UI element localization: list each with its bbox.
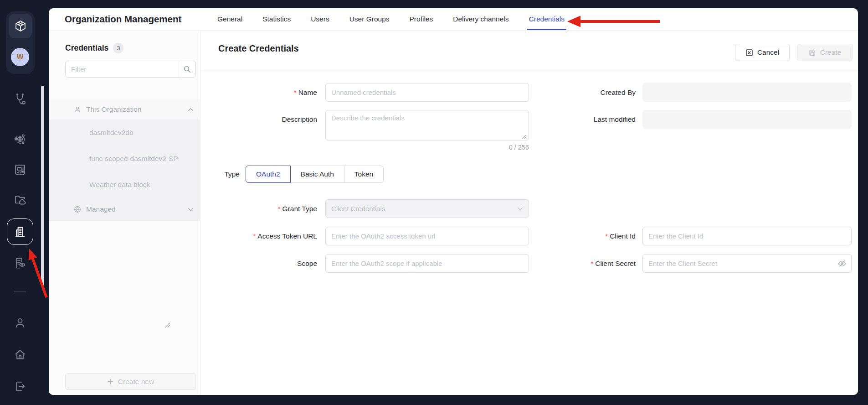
- textarea-resize-handle[interactable]: [521, 133, 526, 141]
- filter-search-button[interactable]: [179, 61, 195, 77]
- sidebar-item-audit[interactable]: [12, 255, 28, 271]
- filter-input[interactable]: [66, 61, 179, 77]
- required-asterisk: *: [591, 260, 593, 267]
- chevron-up-icon: [188, 108, 194, 112]
- tab-profiles[interactable]: Profiles: [409, 8, 434, 30]
- client-secret-input[interactable]: [642, 254, 852, 273]
- password-visibility-toggle[interactable]: [837, 259, 847, 269]
- sidebar-item-profile[interactable]: [12, 315, 28, 331]
- credentials-list-panel: Credentials 3: [49, 31, 200, 395]
- scope-label: Scope: [201, 254, 317, 273]
- filter-field: [65, 61, 196, 78]
- client-secret-label: *Client Secret: [499, 254, 636, 273]
- sidebar-item-integrations[interactable]: [12, 131, 28, 147]
- scope-input[interactable]: [325, 254, 529, 273]
- stethoscope-icon: [13, 92, 27, 106]
- cancel-label: Cancel: [757, 48, 779, 57]
- credential-list-item[interactable]: Weather data block: [49, 171, 200, 197]
- globe-icon: [73, 205, 82, 213]
- grant-type-select[interactable]: Client Credentials: [325, 199, 529, 218]
- create-new-button[interactable]: Create new: [65, 373, 196, 390]
- sidebar-item-logout[interactable]: [12, 379, 28, 394]
- create-button[interactable]: Create: [797, 44, 853, 61]
- home-icon: [13, 348, 27, 361]
- tab-users[interactable]: Users: [310, 8, 330, 30]
- grant-type-value: Client Credentials: [331, 205, 385, 213]
- create-credentials-form: Create Credentials Cancel Crea: [201, 31, 858, 395]
- tab-credentials[interactable]: Credentials: [528, 8, 565, 30]
- app-logo-button[interactable]: [9, 14, 32, 38]
- panel-resize-handle[interactable]: [164, 322, 170, 330]
- last-modified-input: [642, 110, 852, 129]
- tree-section-label: This Organization: [86, 105, 188, 114]
- close-square-icon: [745, 49, 753, 57]
- name-label: *Name: [201, 83, 317, 102]
- create-new-label: Create new: [118, 378, 154, 386]
- logout-icon: [13, 379, 27, 393]
- icon-sidebar: W: [0, 0, 49, 405]
- tree-section-label: Managed: [86, 205, 188, 213]
- page-title: Organization Management: [65, 8, 181, 30]
- last-modified-label: Last modified: [499, 110, 636, 129]
- required-asterisk: *: [605, 232, 608, 240]
- grant-type-label: *Grant Type: [201, 199, 317, 218]
- search-icon: [183, 65, 191, 73]
- type-radio-group: OAuth2 Basic Auth Token: [246, 166, 384, 183]
- name-input[interactable]: [325, 83, 529, 102]
- tab-statistics[interactable]: Statistics: [262, 8, 292, 30]
- chip-icon: [13, 163, 27, 177]
- chevron-down-icon: [188, 208, 194, 212]
- tab-bar: General Statistics Users User Groups Pro…: [216, 8, 565, 30]
- sidebar-item-storage[interactable]: [12, 192, 28, 208]
- cube-logo-icon: [14, 20, 27, 32]
- required-asterisk: *: [294, 88, 297, 96]
- app-canvas: W: [0, 0, 868, 405]
- sidebar-item-home[interactable]: [12, 347, 28, 362]
- credentials-count-badge: 3: [113, 43, 123, 53]
- chevron-down-icon: [517, 207, 523, 211]
- content-card: Organization Management General Statisti…: [49, 8, 858, 395]
- client-id-input[interactable]: [642, 227, 852, 245]
- type-option-oauth2[interactable]: OAuth2: [246, 166, 291, 183]
- sidebar-item-pipelines[interactable]: [12, 91, 28, 107]
- form-title: Create Credentials: [218, 43, 299, 54]
- tab-delivery-channels[interactable]: Delivery channels: [452, 8, 509, 30]
- form-divider: [201, 71, 858, 71]
- plus-icon: [107, 378, 114, 385]
- client-secret-field: [642, 254, 852, 273]
- workspace-avatar[interactable]: W: [11, 48, 29, 66]
- cancel-button[interactable]: Cancel: [735, 44, 790, 61]
- tree-section-this-organization[interactable]: This Organization: [49, 99, 200, 119]
- required-asterisk: *: [278, 205, 281, 213]
- sidebar-divider: [14, 291, 26, 292]
- active-nav-ring: [7, 218, 33, 245]
- type-option-token[interactable]: Token: [344, 166, 384, 183]
- client-id-label: *Client Id: [499, 227, 636, 245]
- top-header: Organization Management General Statisti…: [49, 8, 858, 31]
- description-label: Description: [201, 110, 317, 124]
- credential-list-item[interactable]: func-scoped-dasmltdev2-SP: [49, 145, 200, 171]
- created-by-label: Created By: [499, 83, 636, 102]
- type-label: Type: [201, 166, 240, 183]
- description-textarea[interactable]: [325, 110, 529, 140]
- access-token-url-label: *Access Token URL: [201, 227, 317, 245]
- credentials-tree: This Organization dasmltdev2db func-scop…: [49, 99, 200, 221]
- tab-general[interactable]: General: [216, 8, 243, 30]
- description-char-counter: 0 / 256: [325, 144, 529, 151]
- credential-list-item[interactable]: dasmltdev2db: [49, 119, 200, 145]
- panel-title: Credentials: [65, 43, 108, 53]
- document-eye-icon: [13, 256, 27, 270]
- eye-invisible-icon: [837, 259, 847, 268]
- created-by-input: [642, 83, 852, 102]
- tree-section-managed[interactable]: Managed: [49, 197, 200, 221]
- type-option-basic-auth[interactable]: Basic Auth: [291, 166, 344, 183]
- user-icon: [13, 316, 27, 330]
- folder-cloud-icon: [13, 193, 27, 207]
- globe-network-icon: [13, 132, 27, 146]
- save-icon: [808, 49, 816, 57]
- sidebar-scrollbar-thumb[interactable]: [41, 86, 44, 286]
- create-label: Create: [820, 48, 842, 57]
- tab-user-groups[interactable]: User Groups: [349, 8, 390, 30]
- sidebar-item-devices[interactable]: [12, 162, 28, 177]
- access-token-url-input[interactable]: [325, 227, 529, 245]
